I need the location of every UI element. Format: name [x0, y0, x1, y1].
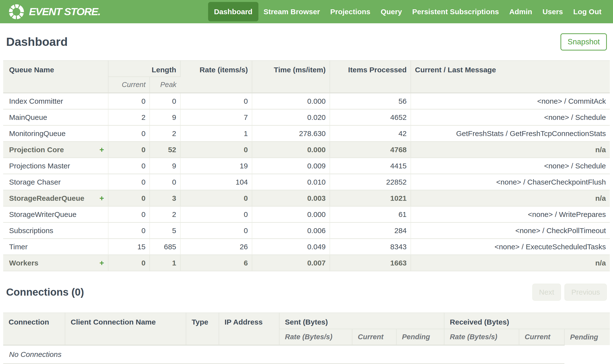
col-received-pending: Pending	[564, 329, 610, 345]
queue-row: +Projection Core05200.0004768n/a	[3, 142, 610, 158]
queue-rate: 0	[180, 206, 252, 222]
nav-item-dashboard[interactable]: Dashboard	[208, 2, 259, 21]
queue-row: +Workers0160.0071663n/a	[3, 255, 610, 271]
connections-header: Connections (0) Next Previous	[3, 271, 610, 312]
queue-current: 0	[108, 93, 150, 109]
nav-menu: DashboardStream BrowserProjectionsQueryP…	[208, 2, 607, 21]
queue-items: 4415	[330, 158, 411, 174]
queue-time: 0.009	[252, 158, 330, 174]
queue-message: n/a	[411, 190, 610, 206]
queue-name: Index Committer	[9, 97, 63, 105]
queue-items: 1021	[330, 190, 411, 206]
queues-tbody: Index Committer0000.00056<none> / Commit…	[3, 93, 610, 271]
queue-name-cell: StorageWriterQueue	[3, 206, 108, 222]
nav-item-stream-browser[interactable]: Stream Browser	[259, 2, 325, 21]
nav-item-projections[interactable]: Projections	[325, 2, 375, 21]
connections-tbody: No Connections	[3, 345, 610, 364]
next-button[interactable]: Next	[532, 284, 561, 301]
expand-icon[interactable]: +	[99, 255, 104, 271]
col-length-current: Current	[108, 77, 150, 93]
queue-current: 0	[108, 222, 150, 239]
queue-rate: 0	[180, 222, 252, 239]
queue-time: 0.007	[252, 255, 330, 271]
queue-rate: 0	[180, 142, 252, 158]
queue-time: 0.003	[252, 190, 330, 206]
col-queue-name: Queue Name	[3, 61, 108, 93]
queue-peak: 1	[150, 255, 180, 271]
connections-table-header: Connection Client Connection Name Type I…	[3, 313, 610, 345]
queue-name-cell: +Projection Core	[3, 142, 108, 158]
queue-row: Storage Chaser001040.01022852<none> / Ch…	[3, 174, 610, 190]
queue-current: 0	[108, 126, 150, 142]
col-received-bytes: Received (Bytes)	[444, 313, 610, 329]
queue-current: 0	[108, 174, 150, 190]
nav-item-admin[interactable]: Admin	[504, 2, 537, 21]
col-received-rate: Rate (Bytes/s)	[444, 329, 519, 345]
col-sent-rate: Rate (Bytes/s)	[279, 329, 352, 345]
queue-rate: 19	[180, 158, 252, 174]
nav-item-query[interactable]: Query	[375, 2, 407, 21]
queue-peak: 0	[150, 93, 180, 109]
queue-time: 0.020	[252, 109, 330, 126]
nav-item-log-out[interactable]: Log Out	[568, 2, 607, 21]
queue-row: Subscriptions0500.006284<none> / CheckPo…	[3, 222, 610, 239]
expand-icon[interactable]: +	[99, 190, 104, 206]
queue-peak: 685	[150, 239, 180, 255]
queue-peak: 2	[150, 126, 180, 142]
queue-name: MainQueue	[9, 113, 47, 121]
brand-text: EVENT STORE.	[29, 6, 100, 18]
queue-peak: 52	[150, 142, 180, 158]
queue-message: <none> / Schedule	[411, 158, 610, 174]
queue-name-cell: MonitoringQueue	[3, 126, 108, 142]
queue-rate: 0	[180, 190, 252, 206]
page-header: Dashboard Snapshot	[3, 23, 610, 60]
queue-time: 0.006	[252, 222, 330, 239]
queue-peak: 0	[150, 174, 180, 190]
queue-name: MonitoringQueue	[9, 130, 66, 138]
col-items-processed: Items Processed	[330, 61, 411, 93]
queue-rate: 1	[180, 126, 252, 142]
queue-rate: 26	[180, 239, 252, 255]
queue-message: <none> / Schedule	[411, 109, 610, 126]
queue-message: <none> / ExecuteScheduledTasks	[411, 239, 610, 255]
previous-button[interactable]: Previous	[564, 284, 607, 301]
col-connection: Connection	[3, 313, 65, 345]
queue-message: n/a	[411, 142, 610, 158]
queue-message: <none> / CheckPollTimeout	[411, 222, 610, 239]
queue-current: 0	[108, 158, 150, 174]
queue-peak: 9	[150, 158, 180, 174]
col-type: Type	[186, 313, 219, 345]
queue-items: 22852	[330, 174, 411, 190]
queue-row: StorageWriterQueue0200.00061<none> / Wri…	[3, 206, 610, 222]
col-length: Length	[108, 61, 180, 77]
queue-name: StorageReaderQueue	[9, 194, 84, 202]
queue-name: Projection Core	[9, 146, 64, 154]
queue-current: 0	[108, 206, 150, 222]
nav-item-users[interactable]: Users	[537, 2, 568, 21]
queue-items: 8343	[330, 239, 411, 255]
queue-time: 0.000	[252, 93, 330, 109]
nav-item-persistent-subscriptions[interactable]: Persistent Subscriptions	[407, 2, 504, 21]
queue-name: Storage Chaser	[9, 178, 61, 186]
expand-icon[interactable]: +	[99, 142, 104, 157]
queue-time: 278.630	[252, 126, 330, 142]
queue-peak: 2	[150, 206, 180, 222]
queue-name-cell: MainQueue	[3, 109, 108, 126]
snapshot-button[interactable]: Snapshot	[560, 33, 607, 51]
queue-peak: 5	[150, 222, 180, 239]
queue-peak: 3	[150, 190, 180, 206]
queue-items: 61	[330, 206, 411, 222]
col-client-connection-name: Client Connection Name	[65, 313, 186, 345]
queue-name-cell: +StorageReaderQueue	[3, 190, 108, 206]
queue-current: 2	[108, 109, 150, 126]
connections-table: Connection Client Connection Name Type I…	[3, 312, 610, 364]
col-rate: Rate (items/s)	[180, 61, 252, 93]
brand[interactable]: EVENT STORE.	[8, 4, 100, 20]
queues-header: Queue Name Length Rate (items/s) Time (m…	[3, 61, 610, 93]
queues-table: Queue Name Length Rate (items/s) Time (m…	[3, 60, 610, 271]
col-sent-bytes: Sent (Bytes)	[279, 313, 444, 329]
queue-row: +StorageReaderQueue0300.0031021n/a	[3, 190, 610, 206]
col-message: Current / Last Message	[411, 61, 610, 93]
queue-name: Workers	[9, 259, 39, 267]
queue-items: 1663	[330, 255, 411, 271]
